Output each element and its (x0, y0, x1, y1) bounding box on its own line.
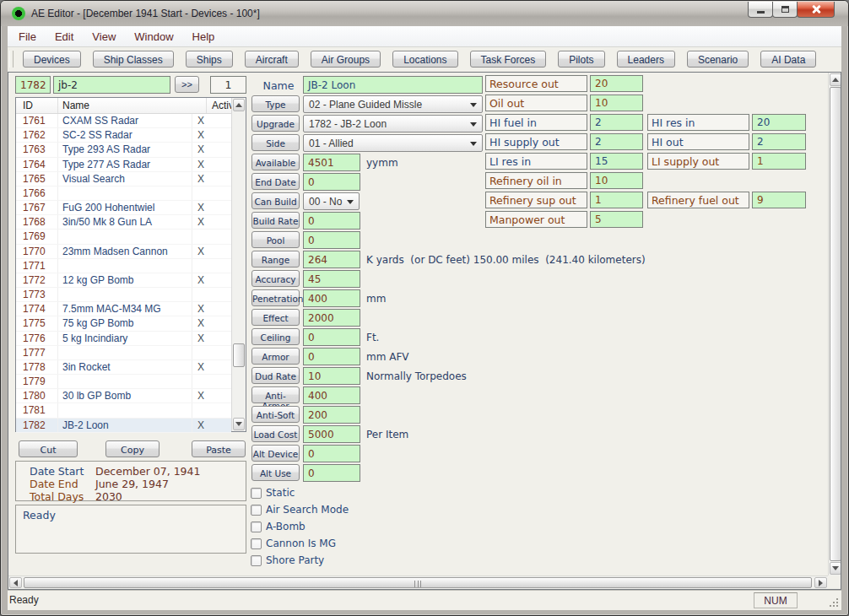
build-rate-button[interactable]: Build Rate (251, 212, 300, 229)
cut-button[interactable]: Cut (19, 440, 78, 457)
toolbar-button-scenario[interactable]: Scenario (687, 51, 749, 68)
table-row[interactable]: 1773 (16, 288, 231, 302)
range-field[interactable]: 264 (303, 251, 360, 268)
table-row[interactable]: 17683in/50 Mk 8 Gun LAX (16, 215, 231, 230)
chevron-down-icon[interactable] (470, 103, 477, 107)
close-button[interactable] (797, 2, 835, 18)
table-row[interactable]: 1765Visual SearchX (16, 172, 231, 186)
device-id-field[interactable]: 1782 (15, 76, 51, 94)
effect-button[interactable]: Effect (251, 309, 300, 326)
a-bomb-checkbox[interactable] (251, 521, 262, 532)
shore-party-checkbox[interactable] (251, 555, 262, 566)
find-next-button[interactable]: >> (175, 76, 199, 93)
toolbar-button-ships[interactable]: Ships (186, 51, 233, 68)
scroll-up-button[interactable] (830, 73, 841, 86)
table-row[interactable]: 17765 kg IncindiaryX (16, 332, 231, 346)
table-row[interactable]: 1779 (16, 375, 231, 389)
air-search-mode-checkbox[interactable] (251, 505, 262, 516)
table-row[interactable]: 1766 (16, 186, 231, 201)
table-row[interactable]: 1761CXAM SS RadarX (16, 114, 231, 128)
table-row[interactable]: 177575 kg GP BombX (16, 316, 231, 331)
armor-field[interactable]: 0 (303, 348, 360, 365)
table-row[interactable]: 177023mm Madsen CannonX (16, 245, 231, 259)
end-date-button[interactable]: End Date (251, 173, 300, 190)
load-cost-button[interactable]: Load Cost (251, 425, 300, 442)
table-scroll-up-icon[interactable] (233, 99, 245, 111)
table-row[interactable]: 1781 (16, 403, 231, 418)
accuracy-field[interactable]: 45 (303, 270, 360, 288)
upgrade-button[interactable]: Upgrade (251, 115, 300, 132)
available-button[interactable]: Available (251, 154, 300, 170)
table-scrollbar[interactable] (231, 98, 246, 431)
table-scrollbar-thumb[interactable] (233, 343, 245, 367)
main-vertical-scrollbar[interactable] (828, 73, 841, 575)
alt-use-field[interactable]: 0 (303, 464, 360, 482)
paste-button[interactable]: Paste (192, 440, 246, 457)
main-horizontal-scrollbar[interactable] (8, 575, 828, 589)
oil-out-field[interactable]: 10 (590, 95, 643, 111)
load-cost-field[interactable]: 5000 (303, 425, 360, 443)
refinery-sup-out-field[interactable]: 1 (590, 192, 643, 208)
effect-field[interactable]: 2000 (303, 309, 360, 327)
maximize-button[interactable] (772, 2, 798, 18)
anti-armor-field[interactable]: 400 (303, 386, 360, 404)
table-row[interactable]: 1782JB-2 LoonX (16, 419, 231, 433)
cannon-is-mg-checkbox[interactable] (251, 538, 262, 549)
menu-item-window[interactable]: Window (125, 28, 182, 46)
pool-field[interactable]: 0 (303, 231, 360, 249)
ceiling-field[interactable]: 0 (303, 328, 360, 346)
alt-device-field[interactable]: 0 (303, 445, 360, 462)
toolbar-button-devices[interactable]: Devices (23, 51, 81, 68)
toolbar-button-locations[interactable]: Locations (392, 51, 457, 68)
table-row[interactable]: 1767FuG 200 HohentwielX (16, 201, 231, 215)
table-row[interactable]: 178030 lb GP BombX (16, 389, 231, 403)
count-field[interactable]: 1 (210, 76, 246, 94)
chevron-down-icon[interactable] (347, 200, 354, 204)
header-id[interactable]: ID (16, 98, 58, 113)
table-row[interactable]: 177212 kg GP BombX (16, 273, 231, 288)
table-row[interactable]: 1777 (16, 346, 231, 360)
anti-soft-button[interactable]: Anti-Soft (251, 406, 300, 423)
can-build-button[interactable]: Can Build (251, 192, 300, 209)
range-button[interactable]: Range (251, 251, 300, 267)
toolbar-button-ship-classes[interactable]: Ship Classes (93, 51, 174, 68)
menu-item-help[interactable]: Help (183, 28, 224, 46)
table-row[interactable]: 1769 (16, 230, 231, 244)
armor-button[interactable]: Armor (251, 348, 300, 365)
ceiling-button[interactable]: Ceiling (251, 328, 300, 345)
accuracy-button[interactable]: Accuracy (251, 270, 300, 287)
penetration-button[interactable]: Penetration (251, 289, 300, 306)
hi-supply-out-field[interactable]: 2 (590, 133, 643, 150)
type-button[interactable]: Type (251, 95, 300, 112)
copy-button[interactable]: Copy (105, 440, 160, 457)
device-name-field[interactable]: JB-2 Loon (303, 76, 483, 94)
hi-out-field[interactable]: 2 (752, 133, 806, 150)
pool-button[interactable]: Pool (251, 231, 300, 248)
minimize-button[interactable] (748, 2, 773, 18)
anti-armor-button[interactable]: Anti-Armor (251, 386, 300, 403)
toolbar-button-aircraft[interactable]: Aircraft (245, 51, 299, 68)
hi-fuel-in-field[interactable]: 2 (590, 114, 643, 131)
table-row[interactable]: 1764Type 277 AS RadarX (16, 158, 231, 172)
refinery-oil-in-field[interactable]: 10 (590, 172, 643, 189)
toolbar-button-air-groups[interactable]: Air Groups (311, 51, 381, 68)
side-dropdown[interactable]: 01 - Allied (303, 134, 483, 152)
titlebar[interactable]: AE Editor - [December 1941 Start - Devic… (1, 1, 848, 26)
manpower-out-field[interactable]: 5 (590, 211, 643, 228)
li-supply-out-field[interactable]: 1 (752, 153, 806, 170)
search-field[interactable]: jb-2 (53, 76, 170, 94)
menu-item-file[interactable]: File (9, 28, 46, 46)
toolbar-button-task-forces[interactable]: Task Forces (470, 51, 547, 68)
li-res-in-field[interactable]: 15 (590, 153, 643, 170)
upgrade-dropdown[interactable]: 1782 - JB-2 Loon (303, 115, 483, 132)
menu-item-view[interactable]: View (83, 28, 125, 46)
toolbar-button-pilots[interactable]: Pilots (558, 51, 604, 68)
menu-item-edit[interactable]: Edit (46, 28, 83, 46)
penetration-field[interactable]: 400 (303, 289, 360, 307)
anti-soft-field[interactable]: 200 (303, 406, 360, 424)
refinery-fuel-out-field[interactable]: 9 (752, 192, 806, 208)
static-checkbox[interactable] (251, 488, 262, 499)
dud-rate-button[interactable]: Dud Rate (251, 367, 300, 384)
table-scroll-down-icon[interactable] (233, 418, 245, 430)
type-dropdown[interactable]: 02 - Plane Guided Missle (303, 95, 483, 113)
